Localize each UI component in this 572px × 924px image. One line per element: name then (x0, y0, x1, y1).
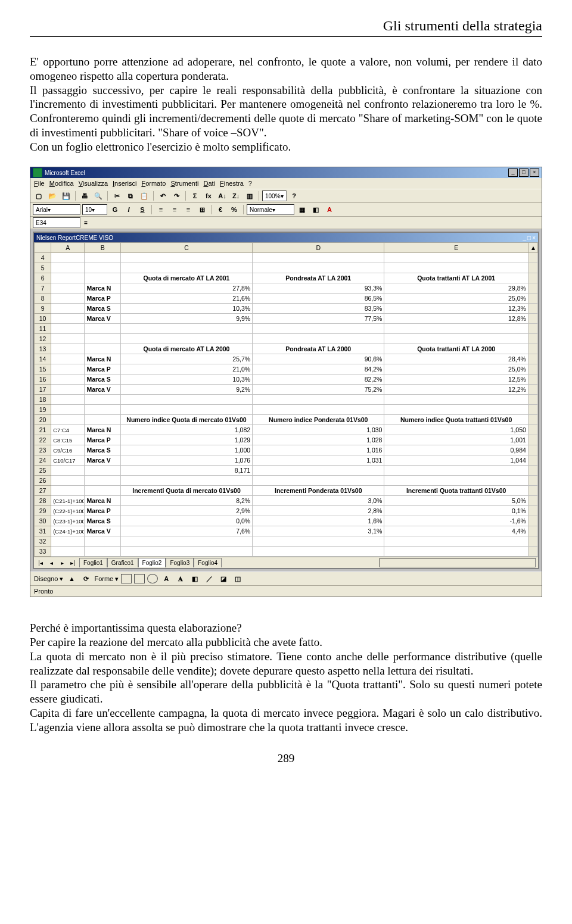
cell[interactable]: 90,6% (253, 354, 384, 364)
fill-icon[interactable]: ◧ (189, 573, 201, 585)
line-icon[interactable] (121, 574, 132, 583)
cell[interactable]: 7,6% (120, 526, 252, 536)
cell[interactable]: 3,0% (253, 496, 384, 506)
row-header[interactable]: 25 (35, 466, 51, 476)
cell[interactable]: Marca V (85, 314, 120, 324)
cell[interactable]: Marca P (85, 506, 120, 516)
cell[interactable]: 4,4% (384, 526, 528, 536)
row-header[interactable]: 10 (35, 314, 51, 324)
cell[interactable]: 12,5% (384, 374, 528, 385)
cell[interactable]: Marca V (85, 385, 120, 395)
shadow-icon[interactable]: ◪ (217, 573, 229, 585)
row-header[interactable]: 31 (35, 526, 51, 536)
row-header[interactable]: 20 (35, 415, 51, 425)
sort-desc-icon[interactable]: Z↓ (230, 190, 242, 202)
cell[interactable]: C7:C4 (51, 425, 85, 435)
cell[interactable] (51, 385, 85, 395)
fill-color-icon[interactable]: ◧ (310, 204, 322, 216)
cell[interactable]: 0,984 (384, 445, 528, 455)
row-header[interactable]: 28 (35, 496, 51, 506)
cell[interactable]: Marca N (85, 283, 120, 294)
sheet-tab[interactable]: Foglio2 (138, 558, 166, 567)
cell[interactable]: 25,0% (384, 294, 528, 304)
menu-item[interactable]: Inserisci (113, 180, 136, 187)
cell[interactable]: 1,000 (120, 445, 252, 455)
textbox-icon[interactable]: A (160, 573, 172, 585)
cell[interactable]: 27,8% (120, 283, 252, 294)
cell[interactable]: 12,2% (384, 385, 528, 395)
cell[interactable]: 9,2% (120, 385, 252, 395)
tab-nav-prev[interactable]: ◂ (47, 560, 55, 566)
autoshapes-menu[interactable]: Forme ▾ (94, 575, 119, 583)
col-header[interactable]: C (120, 243, 252, 253)
minimize-button[interactable]: _ (508, 168, 518, 177)
cell[interactable]: 1,044 (384, 455, 528, 466)
cell[interactable]: 1,076 (120, 455, 252, 466)
row-header[interactable]: 22 (35, 435, 51, 445)
cell[interactable]: 86,5% (253, 294, 384, 304)
sort-asc-icon[interactable]: A↓ (216, 190, 228, 202)
cell[interactable]: Quota di mercato AT LA 2000 (120, 344, 252, 354)
cell[interactable]: 12,8% (384, 314, 528, 324)
3d-icon[interactable]: ◫ (232, 573, 244, 585)
cell[interactable]: 1,050 (384, 425, 528, 435)
select-arrow-icon[interactable]: ▲ (66, 573, 77, 585)
horizontal-scrollbar[interactable] (380, 558, 536, 567)
redo-icon[interactable]: ↷ (170, 190, 182, 202)
cell[interactable]: Marca N (85, 354, 120, 364)
row-header[interactable]: 8 (35, 294, 51, 304)
cell[interactable]: 82,2% (253, 374, 384, 385)
vertical-scrollbar[interactable]: ▲ (528, 243, 537, 253)
cell[interactable]: 77,5% (253, 314, 384, 324)
row-header[interactable]: 29 (35, 506, 51, 516)
cell[interactable]: 8,2% (120, 496, 252, 506)
cell[interactable] (85, 466, 120, 476)
row-header[interactable]: 24 (35, 455, 51, 466)
tab-nav-last[interactable]: ▸| (69, 560, 77, 566)
draw-menu[interactable]: Disegno ▾ (34, 575, 63, 583)
cell[interactable]: C9/C16 (51, 445, 85, 455)
preview-icon[interactable]: 🔍 (92, 190, 104, 202)
cell[interactable]: 25,0% (384, 364, 528, 374)
help-icon[interactable]: ? (288, 190, 300, 202)
menu-item[interactable]: Modifica (49, 180, 74, 187)
cell[interactable]: 1,031 (253, 455, 384, 466)
cell[interactable]: 1,6% (253, 516, 384, 526)
cell[interactable]: C10/C17 (51, 455, 85, 466)
cell[interactable]: 3,1% (253, 526, 384, 536)
sheet-tab[interactable]: Grafico1 (107, 558, 138, 567)
col-header[interactable]: A (51, 243, 85, 253)
align-right-icon[interactable]: ≡ (182, 204, 194, 216)
cell[interactable] (253, 466, 384, 476)
cell[interactable] (51, 374, 85, 385)
cell[interactable]: 10,3% (120, 304, 252, 314)
cell[interactable]: 84,2% (253, 364, 384, 374)
align-left-icon[interactable]: ≡ (155, 204, 167, 216)
cell[interactable]: -1,6% (384, 516, 528, 526)
cell[interactable]: Pondreata AT LA 2000 (253, 344, 384, 354)
col-header[interactable]: D (253, 243, 384, 253)
cell[interactable]: Quota trattanti AT LA 2001 (384, 273, 528, 283)
cell[interactable]: 10,3% (120, 374, 252, 385)
row-header[interactable]: 6 (35, 273, 51, 283)
rectangle-icon[interactable] (134, 574, 145, 583)
cell[interactable]: 21,6% (120, 294, 252, 304)
cell[interactable]: 0,0% (120, 516, 252, 526)
row-header[interactable]: 5 (35, 263, 51, 273)
style-field[interactable]: Normale ▾ (247, 204, 294, 215)
merge-icon[interactable]: ⊞ (196, 204, 208, 216)
row-header[interactable]: 27 (35, 486, 51, 496)
font-name-field[interactable]: Arial ▾ (33, 204, 80, 215)
cell[interactable]: (C24-1)+100 (51, 526, 85, 536)
cell[interactable]: Quota trattanti AT LA 2000 (384, 344, 528, 354)
row-header[interactable]: 17 (35, 385, 51, 395)
cell[interactable]: 2,8% (253, 506, 384, 516)
cell[interactable]: Marca S (85, 304, 120, 314)
cell[interactable] (51, 294, 85, 304)
select-all-corner[interactable] (35, 243, 51, 253)
cell[interactable]: 1,001 (384, 435, 528, 445)
cell[interactable]: 1,016 (253, 445, 384, 455)
row-header[interactable]: 13 (35, 344, 51, 354)
cut-icon[interactable]: ✂ (111, 190, 123, 202)
spreadsheet-grid[interactable]: A B C D E ▲ 456Quota di mercato AT LA 20… (34, 242, 538, 557)
